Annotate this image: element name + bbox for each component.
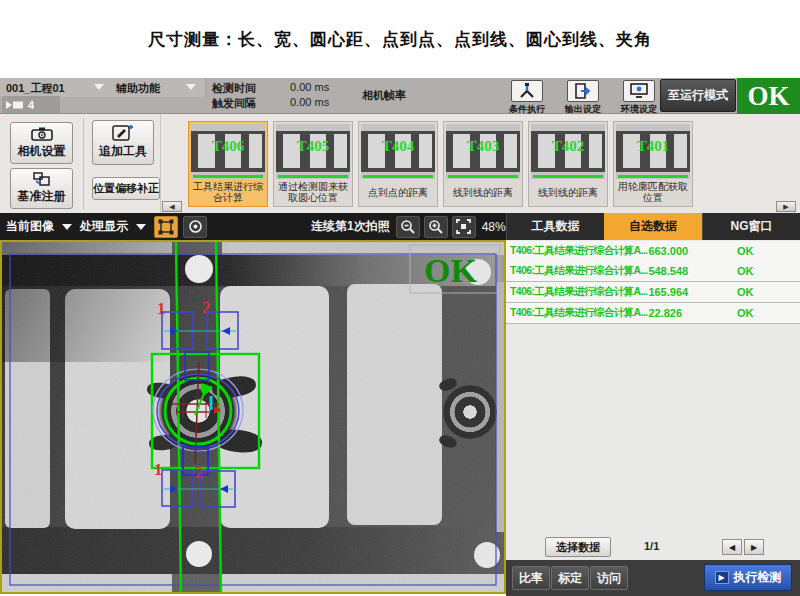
video-camera-icon bbox=[6, 100, 24, 110]
result-row[interactable]: T406:工具结果进行综合计算A... 663.000 OK bbox=[506, 241, 800, 262]
zoom-in-button[interactable] bbox=[424, 216, 448, 238]
position-offset-button[interactable]: 位置偏移补正 bbox=[92, 177, 160, 200]
top-toolbar: 001_工程01 辅助功能 检测时间 0.00 ms 触发间隔 0.00 ms … bbox=[0, 78, 800, 114]
tool-thumbnail-t405[interactable]: T405 通过检测圆来获取圆心位置 bbox=[273, 121, 353, 207]
chevron-down-icon[interactable] bbox=[186, 84, 196, 90]
trigger-interval-label: 触发间隔 bbox=[212, 96, 256, 111]
fit-screen-icon bbox=[456, 219, 471, 234]
rotate-icon bbox=[188, 219, 203, 234]
divider bbox=[160, 114, 161, 213]
measure-arrow bbox=[220, 485, 228, 493]
thumbnail-image: T404 bbox=[361, 124, 435, 179]
add-tool-icon bbox=[112, 125, 134, 141]
calibration-button[interactable]: 标定 bbox=[551, 566, 589, 590]
status-underline bbox=[193, 175, 263, 178]
rotate-view-button[interactable] bbox=[183, 216, 207, 238]
marker-label-1: 1 bbox=[154, 460, 163, 479]
output-icon bbox=[567, 80, 599, 102]
thumbnail-image: T402 bbox=[531, 124, 605, 179]
edge-line-2 bbox=[216, 242, 221, 592]
zoom-level: 48% bbox=[482, 220, 506, 234]
camera-selector[interactable]: 4 bbox=[2, 96, 60, 113]
thumbnail-image: T406 bbox=[191, 124, 265, 179]
row-status: OK bbox=[737, 286, 754, 298]
zoom-in-icon bbox=[428, 219, 444, 235]
zoom-out-icon bbox=[400, 219, 416, 235]
result-row[interactable]: T406:工具结果进行综合计算A... 22.826 OK bbox=[506, 303, 800, 324]
bottom-toolbar: 比率 标定 访问 ▶ 执行检测 bbox=[506, 560, 800, 596]
frame-rate-label: 相机帧率 bbox=[362, 88, 406, 103]
datum-icon bbox=[31, 172, 53, 186]
fit-screen-button[interactable] bbox=[452, 216, 476, 238]
page-next-button[interactable]: ▶ bbox=[744, 539, 764, 555]
measure-arrow bbox=[222, 327, 230, 335]
result-row[interactable]: T406:工具结果进行综合计算A... 548.548 OK bbox=[506, 261, 800, 282]
monitor-gear-icon bbox=[623, 80, 655, 102]
select-data-button[interactable]: 选择数据 bbox=[545, 537, 611, 557]
tool-id: T406 bbox=[191, 138, 265, 155]
detect-time-label: 检测时间 bbox=[212, 81, 256, 96]
thumb-scroll-left-button[interactable]: ◀ bbox=[162, 201, 182, 212]
thumb-scroll-right-button[interactable]: ▶ bbox=[776, 201, 796, 212]
camera-setup-button[interactable]: 相机设置 bbox=[10, 122, 73, 164]
play-icon: ▶ bbox=[715, 571, 729, 584]
trigger-interval-value: 0.00 ms bbox=[290, 96, 329, 108]
thumbnail-image: T403 bbox=[446, 124, 520, 179]
tool-caption: 工具结果进行综合计算 bbox=[191, 181, 265, 203]
zoom-out-button[interactable] bbox=[396, 216, 420, 238]
chevron-down-icon[interactable] bbox=[62, 224, 72, 230]
image-result-status: OK bbox=[424, 252, 477, 289]
tool-thumbnail-t406[interactable]: T406 工具结果进行综合计算 bbox=[188, 121, 268, 207]
aux-menu[interactable]: 辅助功能 bbox=[116, 81, 160, 96]
inner-search-box bbox=[185, 352, 209, 380]
capture-status: 连续第1次拍照 bbox=[311, 218, 390, 235]
edge-line-1 bbox=[176, 242, 181, 592]
thumbnail-image: T401 bbox=[616, 124, 690, 179]
row-status: OK bbox=[737, 245, 754, 257]
display-mode-dropdown[interactable]: 处理显示 bbox=[80, 218, 128, 235]
tool-thumbnail-t401[interactable]: T401 用轮廓匹配获取位置 bbox=[613, 121, 693, 207]
page-title: 尺寸测量：长、宽、圆心距、点到点、点到线、圆心到线、夹角 bbox=[0, 28, 800, 51]
camera-number: 4 bbox=[28, 99, 34, 111]
result-row[interactable]: T406:工具结果进行综合计算A... 165.964 OK bbox=[506, 282, 800, 303]
marker-label-2: 2 bbox=[195, 463, 204, 482]
camera-image-view[interactable]: 1 2 1 2 OK bbox=[0, 240, 506, 594]
chevron-down-icon[interactable] bbox=[136, 224, 146, 230]
row-status: OK bbox=[737, 307, 754, 319]
add-tool-button[interactable]: 追加工具 bbox=[92, 120, 154, 165]
measure-arrow bbox=[170, 485, 178, 493]
condition-exec-button[interactable]: 条件执行 bbox=[500, 79, 554, 113]
register-datum-button[interactable]: 基准注册 bbox=[10, 168, 73, 209]
region-edit-button[interactable] bbox=[154, 216, 178, 238]
app-window: 尺寸测量：长、宽、圆心距、点到点、点到线、圆心到线、夹角 001_工程01 辅助… bbox=[0, 0, 800, 596]
tool-thumbnail-t403[interactable]: T403 线到线的距离 bbox=[443, 121, 523, 207]
camera-icon bbox=[31, 127, 53, 141]
current-image-dropdown[interactable]: 当前图像 bbox=[6, 218, 54, 235]
page-prev-button[interactable]: ◀ bbox=[722, 539, 742, 555]
custom-data-panel: T406:工具结果进行综合计算A... 663.000 OK T406:工具结果… bbox=[506, 240, 800, 560]
environment-setting-button[interactable]: 环境设定 bbox=[612, 79, 666, 113]
branch-icon bbox=[511, 80, 543, 102]
tool-thumbnail-t402[interactable]: T402 线到线的距离 bbox=[528, 121, 608, 207]
project-selector[interactable]: 001_工程01 bbox=[6, 81, 65, 96]
run-inspection-button[interactable]: ▶ 执行检测 bbox=[704, 564, 792, 591]
image-frame-rect bbox=[10, 254, 496, 585]
run-mode-button[interactable]: 至运行模式 bbox=[660, 79, 736, 112]
ratio-button[interactable]: 比率 bbox=[512, 566, 550, 590]
measurement-overlay: 1 2 1 2 OK bbox=[2, 242, 504, 592]
divider bbox=[83, 118, 84, 210]
tab-ng-window[interactable]: NG窗口 bbox=[702, 213, 800, 240]
chevron-down-icon[interactable] bbox=[94, 84, 104, 90]
row-status: OK bbox=[737, 265, 754, 277]
global-status-badge: OK bbox=[737, 78, 800, 114]
page-indicator: 1/1 bbox=[644, 540, 659, 552]
tool-thumbnail-t404[interactable]: T404 点到点的距离 bbox=[358, 121, 438, 207]
access-button[interactable]: 访问 bbox=[590, 566, 628, 590]
image-toolbar: 当前图像 处理显示 连续第1次拍照 48% bbox=[0, 213, 506, 240]
transform-icon bbox=[158, 219, 174, 235]
tab-tool-data[interactable]: 工具数据 bbox=[506, 213, 604, 240]
thumbnail-image: T405 bbox=[276, 124, 350, 179]
detect-time-value: 0.00 ms bbox=[290, 81, 329, 93]
tab-custom-data[interactable]: 自选数据 bbox=[604, 213, 702, 240]
output-setting-button[interactable]: 输出设定 bbox=[556, 79, 610, 113]
